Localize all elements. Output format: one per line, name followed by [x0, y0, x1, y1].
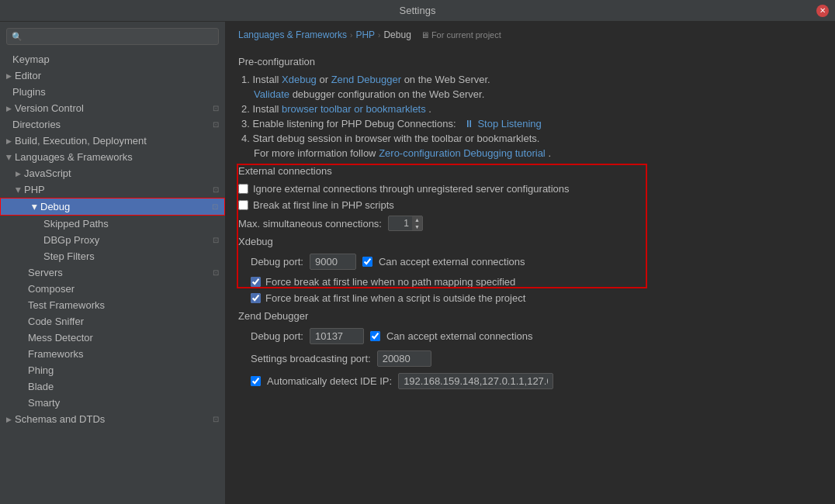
- preconfig-step2: 2. Install browser toolbar or bookmarkle…: [241, 103, 823, 115]
- sidebar-item-label: Plugins: [12, 86, 219, 98]
- breadcrumb-debug: Debug: [383, 29, 411, 40]
- sidebar-item-version-control[interactable]: ▶ Version Control ⊡: [0, 100, 225, 116]
- arrow-icon: ▶: [6, 105, 12, 112]
- max-connections-row: Max. simultaneous connections: ▲ ▼: [238, 216, 823, 231]
- sidebar-item-phing[interactable]: Phing: [0, 362, 225, 378]
- copy-icon: ⊡: [212, 202, 218, 211]
- sidebar-item-label: Mess Detector: [28, 332, 219, 343]
- sidebar-item-composer[interactable]: Composer: [0, 281, 225, 297]
- sidebar-item-build[interactable]: ▶ Build, Execution, Deployment: [0, 133, 225, 149]
- sidebar-item-directories[interactable]: Directories ⊡: [0, 116, 225, 133]
- stop-listening-btn[interactable]: ⏸ Stop Listening: [464, 118, 541, 129]
- zend-debugger-link[interactable]: Zend Debugger: [331, 74, 401, 85]
- sidebar-item-label: Code Sniffer: [28, 316, 219, 327]
- arrow-icon: ▶: [6, 137, 12, 145]
- section-preconfig-title: Pre-configuration: [238, 56, 823, 67]
- break-first-line-row: Break at first line in PHP scripts: [238, 199, 823, 211]
- sidebar-item-smarty[interactable]: Smarty: [0, 395, 225, 411]
- zend-autodetect-row: Automatically detect IDE IP:: [238, 373, 823, 389]
- sidebar-item-schemas[interactable]: ▶ Schemas and DTDs ⊡: [0, 411, 225, 427]
- search-box[interactable]: 🔍: [6, 28, 219, 45]
- step2-num: 2. Install: [241, 103, 282, 115]
- sidebar-item-mess-detector[interactable]: Mess Detector: [0, 330, 225, 346]
- sidebar-item-label: Step Filters: [43, 250, 219, 262]
- xdebug-port-label: Debug port:: [251, 256, 303, 268]
- ignore-connections-checkbox[interactable]: [238, 184, 248, 194]
- zend-autodetect-label: Automatically detect IDE IP:: [267, 375, 392, 387]
- sidebar-item-code-sniffer[interactable]: Code Sniffer: [0, 313, 225, 330]
- sidebar-item-skipped-paths[interactable]: Skipped Paths: [0, 216, 225, 232]
- sidebar-item-label: Editor: [15, 70, 41, 81]
- xdebug-force-break1-checkbox[interactable]: [251, 277, 261, 287]
- breadcrumb-languages[interactable]: Languages & Frameworks: [238, 29, 347, 40]
- sidebar-item-frameworks[interactable]: Frameworks: [0, 346, 225, 362]
- xdebug-force-break1-row: Force break at first line when no path m…: [238, 276, 823, 288]
- copy-icon: ⊡: [213, 104, 219, 112]
- sidebar-item-label: Frameworks: [28, 348, 219, 360]
- ignore-connections-row: Ignore external connections through unre…: [238, 183, 823, 195]
- sidebar-item-label: Phing: [28, 364, 219, 376]
- sidebar-item-plugins[interactable]: Plugins: [0, 84, 225, 100]
- section-zend-debugger: Zend Debugger Debug port: Can accept ext…: [238, 310, 823, 389]
- close-button[interactable]: ✕: [816, 5, 829, 17]
- zend-port-input[interactable]: [310, 328, 364, 344]
- breadcrumb-project: 🖥 For current project: [421, 30, 501, 40]
- sidebar-item-servers[interactable]: Servers ⊡: [0, 264, 225, 281]
- sidebar-item-dbgp-proxy[interactable]: DBGp Proxy ⊡: [0, 232, 225, 248]
- bookmarklets-link[interactable]: browser toolbar or bookmarklets: [282, 103, 426, 115]
- zend-broadcast-label: Settings broadcasting port:: [251, 353, 371, 364]
- preconfig-validate: Validate debugger configuration on the W…: [241, 88, 823, 100]
- sidebar-item-label: Schemas and DTDs: [15, 413, 105, 425]
- max-connections-input[interactable]: [389, 216, 412, 230]
- arrow-icon: ▶: [6, 416, 12, 423]
- project-icon: 🖥: [421, 30, 429, 40]
- sidebar-item-label: Test Frameworks: [28, 299, 219, 311]
- arrow-icon: ▶: [15, 187, 23, 192]
- content-area: Languages & Frameworks › PHP › Debug 🖥 F…: [226, 22, 835, 504]
- sidebar-item-label: Debug: [40, 201, 212, 212]
- spinner-down-button[interactable]: ▼: [412, 223, 422, 230]
- sidebar-item-javascript[interactable]: ▶ JavaScript: [0, 165, 225, 181]
- step3-text: 3. Enable listening for PHP Debug Connec…: [241, 118, 462, 129]
- sidebar-item-label: Composer: [28, 283, 219, 295]
- zend-autodetect-checkbox[interactable]: [251, 376, 261, 386]
- preconfig-step4: 4. Start debug session in browser with t…: [241, 133, 823, 144]
- arrow-icon: ▶: [16, 170, 21, 178]
- spinner-up-button[interactable]: ▲: [412, 216, 422, 223]
- xdebug-link[interactable]: Xdebug: [282, 74, 317, 85]
- preconfig-step3: 3. Enable listening for PHP Debug Connec…: [241, 118, 823, 129]
- validate-link[interactable]: Validate: [254, 88, 289, 100]
- zend-autodetect-input[interactable]: [398, 373, 553, 389]
- sidebar-item-label: DBGp Proxy: [43, 234, 213, 246]
- sidebar-item-label: Blade: [28, 381, 219, 392]
- break-first-line-checkbox[interactable]: [238, 200, 248, 210]
- xdebug-accept-label: Can accept external connections: [379, 256, 525, 268]
- sidebar-item-languages-frameworks[interactable]: ▶ Languages & Frameworks: [0, 149, 225, 165]
- zend-broadcast-input[interactable]: [377, 350, 431, 367]
- sidebar-item-label: Version Control: [15, 102, 84, 114]
- stop-label: Stop Listening: [477, 118, 541, 129]
- sidebar-item-label: Smarty: [28, 397, 219, 409]
- xdebug-force-break2-checkbox[interactable]: [251, 293, 261, 303]
- breadcrumb-sep1: ›: [350, 31, 352, 40]
- step-text2: on the Web Server.: [404, 74, 490, 85]
- xdebug-force-break1-label: Force break at first line when no path m…: [265, 276, 515, 288]
- xdebug-port-input[interactable]: [310, 254, 356, 270]
- sidebar-item-blade[interactable]: Blade: [0, 378, 225, 395]
- arrow-icon: ▶: [6, 72, 12, 80]
- sidebar: 🔍 Keymap ▶ Editor Plugins ▶ Version Cont…: [0, 22, 226, 504]
- sidebar-item-test-frameworks[interactable]: Test Frameworks: [0, 297, 225, 313]
- preconfig-step1: 1. Install Xdebug or Zend Debugger on th…: [241, 74, 823, 85]
- copy-icon: ⊡: [213, 415, 219, 423]
- sidebar-item-debug[interactable]: ▶ Debug ⊡: [0, 198, 225, 216]
- sidebar-item-editor[interactable]: ▶ Editor: [0, 67, 225, 84]
- sidebar-item-label: Servers: [28, 267, 213, 278]
- sidebar-item-step-filters[interactable]: Step Filters: [0, 248, 225, 264]
- zero-config-link[interactable]: Zero-configuration Debugging tutorial: [379, 147, 546, 159]
- sidebar-item-php[interactable]: ▶ PHP ⊡: [0, 181, 225, 198]
- xdebug-accept-checkbox[interactable]: [362, 257, 372, 267]
- search-input[interactable]: [26, 31, 213, 42]
- breadcrumb-php[interactable]: PHP: [355, 29, 375, 40]
- zend-accept-checkbox[interactable]: [370, 331, 380, 341]
- sidebar-item-keymap[interactable]: Keymap: [0, 51, 225, 67]
